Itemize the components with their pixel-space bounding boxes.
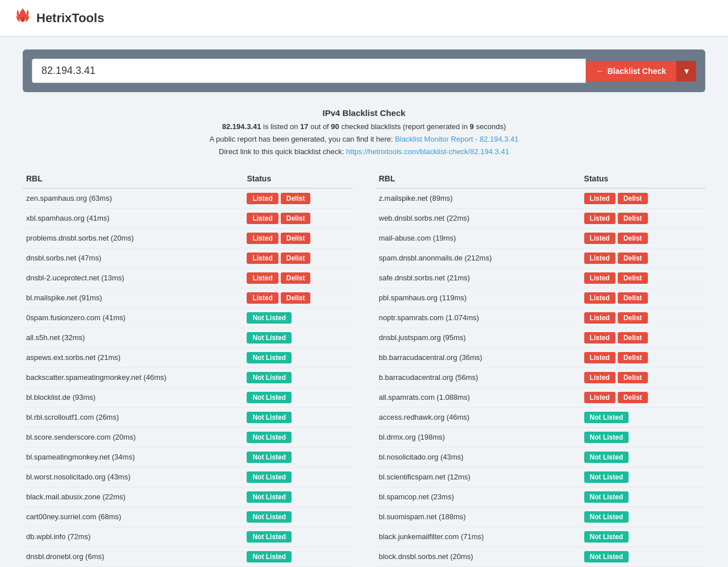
rbl-name-cell: zen.spamhaus.org (63ms)	[23, 188, 243, 209]
table-row: bl.scientificspam.net (12ms)Not Listed	[376, 467, 706, 487]
rbl-name-cell: dnsbl.sorbs.net (47ms)	[23, 248, 243, 268]
delist-badge[interactable]: Delist	[281, 213, 311, 224]
dropdown-button[interactable]: ▼	[676, 61, 696, 81]
table-row: dnsbl.sorbs.net (47ms)ListedDelist	[23, 248, 353, 268]
right-table: RBL Status z.mailspike.net (89ms)ListedD…	[376, 169, 706, 567]
status-cell: Not Listed	[243, 487, 352, 507]
not-listed-badge: Not Listed	[247, 531, 292, 543]
not-listed-badge: Not Listed	[584, 432, 629, 443]
rbl-name-cell: pbl.spamhaus.org (119ms)	[376, 288, 581, 308]
rbl-name-cell: block.dnsbl.sorbs.net (20ms)	[376, 547, 581, 566]
status-cell: ListedDelist	[581, 387, 705, 407]
not-listed-badge: Not Listed	[247, 312, 292, 324]
table-row: bl.blocklist.de (93ms)Not Listed	[23, 387, 353, 407]
logo-icon	[14, 7, 32, 29]
delist-badge[interactable]: Delist	[618, 372, 648, 383]
svg-point-0	[21, 18, 24, 21]
status-cell: ListedDelist	[581, 208, 705, 228]
info-line1-pre: is listed on	[261, 122, 300, 131]
rbl-name-cell: bl.rbl.scrolloutf1.com (26ms)	[23, 407, 243, 427]
table-row: db.wpbl.info (72ms)Not Listed	[23, 527, 353, 547]
status-cell: Not Listed	[581, 407, 705, 427]
status-cell: Not Listed	[243, 427, 352, 447]
logo: HetrixTools	[14, 7, 104, 29]
delist-badge[interactable]: Delist	[618, 233, 648, 244]
logo-text: HetrixTools	[36, 11, 104, 26]
table-row: backscatter.spameatingmonkey.net (46ms)N…	[23, 367, 353, 387]
tables-wrap: RBL Status zen.spamhaus.org (63ms)Listed…	[23, 169, 705, 567]
delist-badge[interactable]: Delist	[618, 193, 648, 204]
rbl-name-cell: cart00ney.surriel.com (68ms)	[23, 507, 243, 527]
delist-badge[interactable]: Delist	[281, 253, 311, 264]
delist-badge[interactable]: Delist	[281, 292, 311, 304]
status-cell: ListedDelist	[581, 268, 705, 288]
not-listed-badge: Not Listed	[584, 551, 629, 562]
listed-badge: Listed	[584, 253, 615, 264]
status-cell: Not Listed	[243, 407, 352, 427]
rbl-name-cell: mail-abuse.com (19ms)	[376, 228, 581, 248]
listed-badge: Listed	[584, 332, 615, 343]
delist-badge[interactable]: Delist	[618, 213, 648, 224]
table-row: bl.rbl.scrolloutf1.com (26ms)Not Listed	[23, 407, 353, 427]
listed-badge: Listed	[247, 253, 278, 264]
table-row: bb.barracudacentral.org (36ms)ListedDeli…	[376, 347, 706, 367]
not-listed-badge: Not Listed	[247, 352, 292, 363]
info-line2: A public report has been generated, you …	[23, 133, 705, 146]
info-title: IPv4 Blacklist Check	[23, 106, 705, 121]
not-listed-badge: Not Listed	[247, 412, 292, 423]
listed-badge: Listed	[247, 272, 278, 284]
listed-badge: Listed	[247, 233, 278, 244]
rbl-name-cell: safe.dnsbl.sorbs.net (21ms)	[376, 268, 581, 288]
info-line2-pre: A public report has been generated, you …	[209, 135, 395, 143]
not-listed-badge: Not Listed	[247, 471, 292, 483]
delist-badge[interactable]: Delist	[618, 352, 648, 363]
left-table: RBL Status zen.spamhaus.org (63ms)Listed…	[23, 169, 353, 567]
status-cell: Not Listed	[581, 467, 705, 487]
delist-badge[interactable]: Delist	[281, 272, 311, 284]
rbl-name-cell: bl.score.senderscore.com (20ms)	[23, 427, 243, 447]
rbl-name-cell: bl.suomispam.net (188ms)	[376, 507, 581, 527]
table-row: dnsbl.justspam.org (95ms)ListedDelist	[376, 328, 706, 347]
rbl-name-cell: bl.worst.nosolicitado.org (43ms)	[23, 467, 243, 487]
delist-badge[interactable]: Delist	[618, 292, 648, 304]
delist-badge[interactable]: Delist	[281, 233, 311, 244]
not-listed-badge: Not Listed	[247, 491, 292, 503]
main-content: ← Blacklist Check ▼ IPv4 Blacklist Check…	[0, 36, 728, 567]
delist-badge[interactable]: Delist	[618, 253, 648, 264]
delist-badge[interactable]: Delist	[618, 312, 648, 324]
table-row: cart00ney.surriel.com (68ms)Not Listed	[23, 507, 353, 527]
status-cell: ListedDelist	[243, 208, 352, 228]
status-cell: Not Listed	[243, 367, 352, 387]
direct-link[interactable]: https://hetrixtools.com/blacklist-check/…	[346, 147, 509, 156]
listed-badge: Listed	[584, 352, 615, 363]
delist-badge[interactable]: Delist	[281, 193, 311, 204]
listed-badge: Listed	[584, 272, 615, 284]
rbl-name-cell: problems.dnsbl.sorbs.net (20ms)	[23, 228, 243, 248]
table-row: access.redhawk.org (46ms)Not Listed	[376, 407, 706, 427]
table-row: web.dnsbl.sorbs.net (22ms)ListedDelist	[376, 208, 706, 228]
table-row: bl.spameatingmonkey.net (34ms)Not Listed	[23, 447, 353, 467]
table-row: safe.dnsbl.sorbs.net (21ms)ListedDelist	[376, 268, 706, 288]
arrow-left-icon: ←	[596, 67, 604, 76]
table-row: b.barracudacentral.org (56ms)ListedDelis…	[376, 367, 706, 387]
table-row: all.s5h.net (32ms)Not Listed	[23, 328, 353, 347]
delist-badge[interactable]: Delist	[618, 272, 648, 284]
rbl-name-cell: all.s5h.net (32ms)	[23, 328, 243, 347]
info-line1-end-pre: checked blacklists (report generated in	[339, 122, 470, 131]
report-link[interactable]: Blacklist Monitor Report - 82.194.3.41	[395, 135, 519, 143]
rbl-name-cell: bl.spamcop.net (23ms)	[376, 487, 581, 507]
table-row: bl.worst.nosolicitado.org (43ms)Not List…	[23, 467, 353, 487]
rbl-name-cell: noptr.spamrats.com (1.074ms)	[376, 308, 581, 328]
info-line1-end-post: seconds)	[474, 122, 506, 131]
rbl-name-cell: xbl.spamhaus.org (41ms)	[23, 208, 243, 228]
table-row: black.junkemailfilter.com (71ms)Not List…	[376, 527, 706, 547]
status-cell: ListedDelist	[581, 367, 705, 387]
header: HetrixTools	[0, 0, 728, 36]
blacklist-check-button[interactable]: ← Blacklist Check	[586, 61, 677, 81]
table-row: noptr.spamrats.com (1.074ms)ListedDelist	[376, 308, 706, 328]
search-bar-wrap: ← Blacklist Check ▼	[23, 49, 705, 92]
rbl-name-cell: bl.nosolicitado.org (43ms)	[376, 447, 581, 467]
delist-badge[interactable]: Delist	[618, 332, 648, 343]
delist-badge[interactable]: Delist	[618, 392, 648, 403]
ip-search-input[interactable]	[32, 59, 586, 83]
